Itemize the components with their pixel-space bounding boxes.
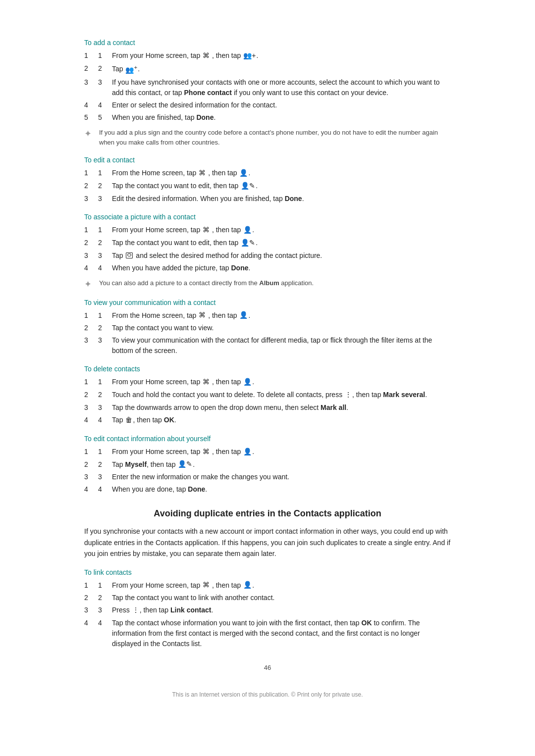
grid-icon: ⌘ [203,377,210,387]
section-edit-yourself: To edit contact information about yourse… [84,435,451,495]
step-item: 4 Tap 🗑, then tap OK. [84,415,451,426]
step-item: 2 Tap Myself, then tap 👤✎. [84,459,451,470]
tip-associate-picture: ✦ You can also add a picture to a contac… [84,278,451,290]
step-item: 1 From your Home screen, tap ⌘ , then ta… [84,580,451,591]
step-text: Tap Myself, then tap 👤✎. [112,460,195,468]
step-text: When you are done, tap Done. [112,485,207,493]
step-item: 1 From the Home screen, tap ⌘ , then tap… [84,168,451,179]
duplicate-entries-header: Avoiding duplicate entries in the Contac… [84,508,451,519]
grid-icon: ⌘ [203,447,210,457]
step-item: 2 Touch and hold the contact you want to… [84,390,451,401]
person-plus-icon: 👥+ [243,50,256,61]
section-title-add-contact: To add a contact [84,39,451,47]
step-text: Edit the desired information. When you a… [112,195,304,202]
steps-link-contacts: 1 From your Home screen, tap ⌘ , then ta… [84,580,451,650]
step-number: 3 [98,77,112,98]
step-text: Tap the contact you want to view. [112,324,214,332]
steps-associate-picture: 1 From your Home screen, tap ⌘ , then ta… [84,225,451,273]
step-item: 1 From your Home screen, tap ⌘ , then ta… [84,50,451,61]
step-item: 3 Tap and select the desired method for … [84,251,451,261]
step-number: 2 [98,323,112,333]
tip-text: You can also add a picture to a contact … [99,278,314,288]
step-item: 2 Tap the contact you want to edit, then… [84,238,451,249]
section-add-contact: To add a contact 1 From your Home screen… [84,39,451,147]
step-number: 2 [98,63,112,76]
step-item: 4 Enter or select the desired informatio… [84,100,451,110]
step-item: 2 Tap the contact you want to view. [84,323,451,333]
step-text: Enter or select the desired information … [112,101,277,109]
more-icon: ⋮ [132,605,139,615]
person-edit-icon: 👤✎ [178,459,192,469]
step-item: 1 From your Home screen, tap ⌘ , then ta… [84,447,451,457]
section-title-associate-picture: To associate a picture with a contact [84,213,451,221]
step-text: Enter the new information or make the ch… [112,473,289,481]
page-number: 46 [84,664,451,671]
step-text: Tap the downwards arrow to open the drop… [112,403,348,411]
grid-icon: ⌘ [203,225,210,235]
step-text: From your Home screen, tap ⌘ , then tap … [112,51,258,59]
steps-view-communication: 1 From the Home screen, tap ⌘ , then tap… [84,310,451,356]
step-item: 4 Tap the contact whose information you … [84,618,451,649]
tip-text: If you add a plus sign and the country c… [99,128,451,147]
grid-icon: ⌘ [203,50,210,61]
step-text: Tap 👥+. [112,65,140,73]
step-number: 4 [98,484,112,495]
step-text: Tap and select the desired method for ad… [112,252,322,259]
step-item: 1 From your Home screen, tap ⌘ , then ta… [84,377,451,388]
step-text: If you have synchronised your contacts w… [112,78,439,97]
step-item: 4 When you are done, tap Done. [84,484,451,495]
step-item: 2 Tap 👥+. [84,63,451,76]
step-number: 4 [98,100,112,110]
step-text: From the Home screen, tap ⌘ , then tap 👤… [112,311,250,319]
page-footer: This is an Internet version of this publ… [84,691,451,708]
more-icon: ⋮ [345,390,352,400]
step-text: From your Home screen, tap ⌘ , then tap … [112,378,254,386]
section-title-edit-contact: To edit a contact [84,156,451,164]
step-number: 3 [98,194,112,204]
grid-icon: ⌘ [199,310,206,320]
step-item: 5 When you are finished, tap Done. [84,112,451,123]
step-number: 4 [98,618,112,649]
person-icon: 👤 [243,580,252,590]
section-title-view-communication: To view your communication with a contac… [84,299,451,306]
step-item: 3 Press ⋮, then tap Link contact. [84,605,451,616]
step-number: 5 [98,112,112,123]
photo-icon [126,252,133,258]
step-text: From your Home screen, tap ⌘ , then tap … [112,226,254,234]
step-number: 1 [98,447,112,457]
step-text: Tap 🗑, then tap OK. [112,416,176,424]
step-item: 1 From the Home screen, tap ⌘ , then tap… [84,310,451,321]
section-delete-contacts: To delete contacts 1 From your Home scre… [84,365,451,425]
step-item: 3 Edit the desired information. When you… [84,194,451,204]
step-number: 1 [98,310,112,321]
section-duplicate-entries: Avoiding duplicate entries in the Contac… [84,508,451,559]
step-item: 4 When you have added the picture, tap D… [84,263,451,273]
step-text: Tap the contact you want to edit, then t… [112,182,258,190]
step-number: 2 [98,593,112,603]
step-item: 3 Tap the downwards arrow to open the dr… [84,403,451,413]
step-text: From your Home screen, tap ⌘ , then tap … [112,581,254,589]
step-item: 1 From your Home screen, tap ⌘ , then ta… [84,225,451,236]
step-number: 1 [98,168,112,179]
step-text: From the Home screen, tap ⌘ , then tap 👤… [112,169,250,177]
step-number: 3 [98,251,112,261]
section-link-contacts: To link contacts 1 From your Home screen… [84,568,451,650]
step-item: 3 If you have synchronised your contacts… [84,77,451,98]
step-item: 3 To view your communication with the co… [84,335,451,356]
step-number: 3 [98,335,112,356]
step-item: 2 Tap the contact you want to link with … [84,593,451,603]
page-content: To add a contact 1 From your Home screen… [74,0,461,738]
step-number: 2 [98,390,112,401]
step-text: When you have added the picture, tap Don… [112,264,250,272]
step-number: 2 [98,459,112,470]
step-number: 4 [98,415,112,426]
step-item: 2 Tap the contact you want to edit, then… [84,181,451,192]
step-text: When you are finished, tap Done. [112,113,215,121]
step-text: From your Home screen, tap ⌘ , then tap … [112,448,254,455]
step-number: 1 [98,377,112,388]
steps-edit-contact: 1 From the Home screen, tap ⌘ , then tap… [84,168,451,204]
tip-add-contact: ✦ If you add a plus sign and the country… [84,128,451,147]
person-icon: 👤 [239,168,248,178]
step-item: 3 Enter the new information or make the … [84,472,451,482]
steps-delete-contacts: 1 From your Home screen, tap ⌘ , then ta… [84,377,451,425]
